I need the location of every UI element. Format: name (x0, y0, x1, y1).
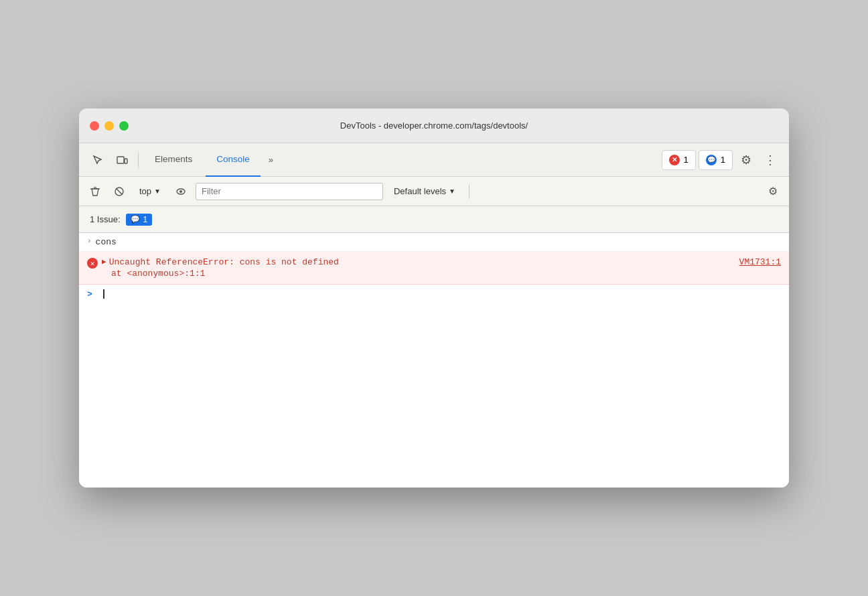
console-settings-button[interactable]: ⚙ (764, 182, 782, 201)
gear-icon: ⚙ (768, 185, 778, 198)
console-input-row: > (79, 285, 789, 303)
eye-button[interactable] (171, 182, 190, 201)
block-icon (114, 186, 125, 197)
svg-marker-2 (92, 189, 98, 196)
console-input-cons: cons (96, 237, 117, 247)
default-levels-button[interactable]: Default levels ▼ (388, 183, 461, 200)
title-bar: DevTools - developer.chrome.com/tags/dev… (79, 108, 789, 143)
issues-badge[interactable]: 💬 1 (126, 214, 153, 226)
issues-text: 1 Issue: (90, 214, 121, 224)
main-toolbar: Elements Console » ✕ 1 💬 1 ⚙ ⋮ (79, 143, 789, 177)
error-badge-button[interactable]: ✕ 1 (662, 150, 696, 170)
chevron-down-icon: ▼ (449, 188, 455, 195)
tab-elements[interactable]: Elements (144, 143, 203, 177)
issues-bar: 1 Issue: 💬 1 (79, 206, 789, 233)
expand-arrow[interactable]: › (87, 237, 92, 245)
chat-icon: 💬 (131, 215, 140, 224)
error-line1: ▶ Uncaught ReferenceError: cons is not d… (102, 257, 781, 267)
eye-icon (175, 186, 186, 197)
clear-icon (90, 186, 100, 197)
error-circle-icon: ✕ (87, 258, 98, 269)
settings-button[interactable]: ⚙ (735, 149, 757, 171)
device-toggle-button[interactable] (111, 149, 133, 171)
console-entry-cons: › cons (79, 233, 789, 252)
context-dropdown[interactable]: top ▼ (134, 183, 166, 200)
info-count: 1 (721, 155, 725, 165)
svg-rect-1 (125, 159, 127, 163)
tab-console[interactable]: Console (206, 143, 261, 177)
gear-icon: ⚙ (741, 153, 751, 167)
inspect-icon (92, 154, 104, 166)
error-link[interactable]: VM1731:1 (739, 257, 781, 267)
traffic-lights (90, 121, 129, 131)
console-output: › cons ✕ ▶ Uncaught ReferenceError: cons… (79, 233, 789, 488)
more-tabs-button[interactable]: » (263, 149, 279, 171)
prompt-symbol: > (87, 289, 92, 299)
chat-icon: 💬 (706, 155, 717, 165)
error-message: Uncaught ReferenceError: cons is not def… (109, 257, 731, 267)
block-button[interactable] (110, 182, 129, 201)
error-entry: ✕ ▶ Uncaught ReferenceError: cons is not… (79, 252, 789, 285)
more-options-button[interactable]: ⋮ (760, 149, 781, 171)
error-expand-arrow[interactable]: ▶ (102, 257, 106, 266)
svg-rect-0 (117, 157, 124, 163)
maximize-button[interactable] (119, 121, 129, 131)
info-badge-button[interactable]: 💬 1 (699, 150, 733, 170)
separator (138, 152, 139, 168)
error-stack: at <anonymous>:1:1 (102, 269, 781, 279)
chevron-down-icon: ▼ (154, 188, 161, 195)
error-content: ▶ Uncaught ReferenceError: cons is not d… (102, 257, 781, 279)
clear-console-button[interactable] (86, 182, 104, 201)
svg-line-6 (117, 188, 123, 194)
device-icon (116, 154, 128, 166)
minimize-button[interactable] (104, 121, 114, 131)
svg-point-8 (179, 190, 182, 193)
ellipsis-icon: ⋮ (764, 153, 776, 167)
cursor (103, 289, 104, 299)
separator (469, 184, 469, 199)
error-count: 1 (684, 155, 689, 165)
filter-input[interactable] (196, 183, 383, 200)
close-button[interactable] (90, 121, 99, 131)
issues-count: 1 (143, 215, 148, 224)
devtools-window: DevTools - developer.chrome.com/tags/dev… (79, 108, 789, 488)
console-toolbar: top ▼ Default levels ▼ ⚙ (79, 177, 789, 206)
error-icon: ✕ (669, 155, 680, 165)
inspect-element-button[interactable] (87, 149, 108, 171)
window-title: DevTools - developer.chrome.com/tags/dev… (340, 121, 528, 131)
